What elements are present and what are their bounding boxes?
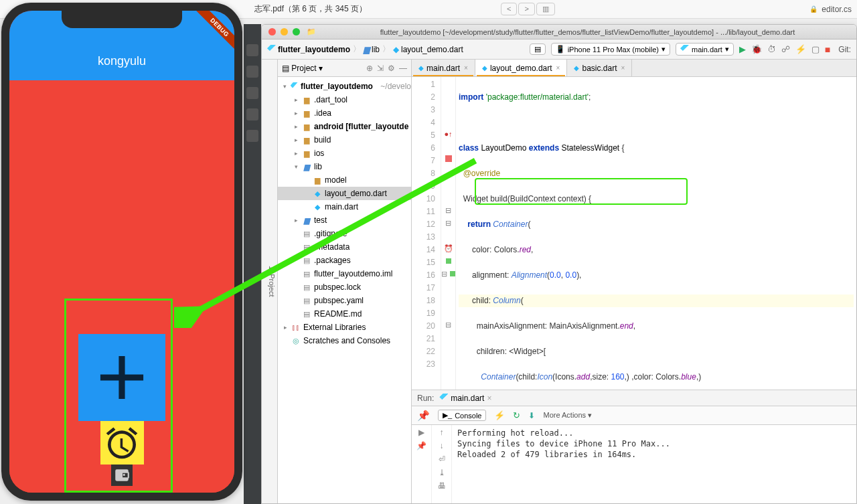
breadcrumb[interactable]: flutter_layoutdemo 〉 ▆lib 〉 ◆layout_demo… <box>267 44 463 55</box>
hide-panel-icon[interactable]: — <box>399 64 407 73</box>
scratches[interactable]: ◎Scratches and Consoles <box>278 334 411 347</box>
run-config-selector[interactable]: main.dart ▾ <box>676 43 734 56</box>
scroll-end-icon[interactable]: ⤓ <box>439 468 445 477</box>
run-button[interactable]: ▶ <box>739 44 746 54</box>
hot-restart-icon[interactable]: ↻ <box>513 410 520 420</box>
project-panel: ▤ Project ▾ ⊕ ⇲ ⚙ — ▾ flutter_layoutdemo… <box>278 60 412 503</box>
code-highlight-box <box>475 178 688 205</box>
project-view-selector[interactable]: ▤ Project ▾ <box>282 64 323 73</box>
traffic-lights[interactable] <box>268 28 300 35</box>
more-actions[interactable]: More Actions ▾ <box>543 411 592 420</box>
select-opened-file-icon[interactable]: ⊕ <box>366 64 373 73</box>
breadcrumb-project[interactable]: flutter_layoutdemo <box>267 45 350 54</box>
run-side-nav[interactable]: ↑ ↓ ⏎ ⤓ 🖶 <box>432 425 452 503</box>
run-panel: Run: main.dart × 📌 ▶_ Console ⚡ ↻ ⬇ More… <box>412 390 856 503</box>
devtools-button[interactable]: ▢ <box>811 44 820 54</box>
zoom-window-icon[interactable] <box>293 28 300 35</box>
ide-window: 📁 flutter_layoutdemo [~/development/stud… <box>261 24 857 504</box>
device-file-explorer-button[interactable]: ▤ <box>530 44 546 55</box>
ide-body: 1: Project Resource Manager Layout Captu… <box>262 60 856 503</box>
safari-nav-buttons: < > ▥ <box>501 3 555 15</box>
tree-row[interactable]: ▤pubspec.lock <box>278 280 411 294</box>
project-tool-tab[interactable]: 1: Project <box>268 266 276 297</box>
ide-toolbar: flutter_layoutdemo 〉 ▆lib 〉 ◆layout_demo… <box>262 39 856 60</box>
tree-row[interactable]: ▤.packages <box>278 254 411 267</box>
flutter-logo-icon <box>439 394 448 402</box>
gutter-markers: ●↑⊟⊟⏰ ⊟ ⊟ <box>441 77 456 390</box>
print-icon[interactable]: 🖶 <box>438 481 446 491</box>
down-icon[interactable]: ↓ <box>440 441 444 450</box>
tree-row[interactable]: ▤pubspec.yaml <box>278 294 411 307</box>
project-tree[interactable]: ▾ flutter_layoutdemo ~/develo ▸▆.dart_to… <box>278 77 411 503</box>
flutter-logo-icon <box>291 82 298 91</box>
simulator-highlight-box <box>64 299 173 493</box>
stop-button[interactable]: ■ <box>825 44 830 55</box>
external-libraries[interactable]: ▸⫿⫿External Libraries <box>278 321 411 334</box>
soft-wrap-icon[interactable]: ⏎ <box>439 454 445 464</box>
tree-row[interactable]: ◆layout_demo.dart <box>278 187 411 200</box>
editor-tab[interactable]: ◆layout_demo.dart× <box>475 60 568 76</box>
hot-reload-button[interactable]: ⚡ <box>795 44 806 54</box>
git-label: Git: <box>838 45 851 54</box>
run-toolbar: 📌 ▶_ Console ⚡ ↻ ⬇ More Actions ▾ <box>412 406 856 425</box>
folder-icon: 📁 <box>307 27 316 36</box>
code-editor[interactable]: 1234567891011121314151617181920212223 ●↑… <box>412 77 856 390</box>
tree-row[interactable]: ▤README.md <box>278 307 411 321</box>
up-icon[interactable]: ↑ <box>440 428 444 437</box>
pin-icon[interactable]: 📌 <box>417 410 430 422</box>
address-text: editor.cs <box>822 5 852 14</box>
sidebar-button[interactable]: ▥ <box>536 3 555 15</box>
tree-row[interactable]: ▤flutter_layoutdemo.iml <box>278 267 411 280</box>
settings-icon[interactable]: ⚙ <box>388 64 395 73</box>
tree-row[interactable]: ▸▆ios <box>278 147 411 160</box>
tree-row[interactable]: ▾▆lib <box>278 160 411 173</box>
safari-address[interactable]: 🔒 editor.cs <box>809 5 852 14</box>
open-devtools-icon[interactable]: ⬇ <box>528 411 535 420</box>
console-output[interactable]: Performing hot reload... Syncing files t… <box>452 425 856 503</box>
hot-reload-icon[interactable]: ⚡ <box>494 410 505 420</box>
editor-tab[interactable]: ◆basic.dart× <box>567 60 632 76</box>
editor-tab[interactable]: ◆main.dart× <box>412 60 475 76</box>
android-studio-left-toolstrip <box>244 24 261 504</box>
dart-file-icon: ◆ <box>393 45 399 54</box>
forward-button[interactable]: > <box>518 3 534 15</box>
tree-row[interactable]: ▸▆android [flutter_layoutde <box>278 120 411 133</box>
editor-tabs: ◆main.dart×◆layout_demo.dart×◆basic.dart… <box>412 60 856 77</box>
lock-icon: 🔒 <box>809 5 817 13</box>
rerun-icon[interactable]: ▶ <box>418 428 424 437</box>
close-window-icon[interactable] <box>268 28 276 35</box>
window-title: flutter_layoutdemo [~/development/study/… <box>319 28 856 36</box>
toolbar-right: ▤ 📱 iPhone 11 Pro Max (mobile) ▾ main.da… <box>530 43 851 56</box>
tree-row[interactable]: ▸▆.dart_tool <box>278 93 411 106</box>
run-body: ▶ 📌 ↑ ↓ ⏎ ⤓ 🖶 Performing hot reload... S… <box>412 425 856 503</box>
ide-titlebar[interactable]: 📁 flutter_layoutdemo [~/development/stud… <box>262 25 856 39</box>
run-panel-header: Run: main.dart × <box>412 390 856 406</box>
tree-row[interactable]: ▆model <box>278 173 411 187</box>
attach-button[interactable]: ☍ <box>781 44 790 54</box>
tree-row[interactable]: ▸▆.idea <box>278 106 411 120</box>
run-side-controls[interactable]: ▶ 📌 <box>412 425 432 503</box>
code-content[interactable]: import 'package:flutter/material.dart'; … <box>456 77 856 390</box>
notch <box>62 11 182 28</box>
tree-root[interactable]: ▾ flutter_layoutdemo ~/develo <box>278 80 411 93</box>
run-label: Run: <box>417 394 434 403</box>
device-selector[interactable]: 📱 iPhone 11 Pro Max (mobile) ▾ <box>551 43 670 56</box>
left-tool-bar[interactable]: 1: Project Resource Manager Layout Captu… <box>262 60 278 503</box>
tree-row[interactable]: ▸▆test <box>278 214 411 227</box>
back-button[interactable]: < <box>501 3 517 15</box>
tree-row[interactable]: ◆main.dart <box>278 200 411 214</box>
breadcrumb-folder[interactable]: ▆lib <box>364 45 380 54</box>
console-tab[interactable]: ▶_ Console <box>438 410 486 421</box>
appbar-title: kongyulu <box>98 54 146 68</box>
profile-button[interactable]: ⏱ <box>767 44 776 54</box>
flutter-logo-icon <box>680 45 689 54</box>
run-tab[interactable]: main.dart × <box>439 394 491 403</box>
expand-all-icon[interactable]: ⇲ <box>377 64 384 73</box>
tree-row[interactable]: ▸▆build <box>278 133 411 147</box>
pin-output-icon[interactable]: 📌 <box>416 441 426 450</box>
debug-button[interactable]: 🐞 <box>751 44 762 54</box>
minimize-window-icon[interactable] <box>281 28 288 35</box>
breadcrumb-file[interactable]: ◆layout_demo.dart <box>393 45 463 54</box>
tree-row[interactable]: ▤.metadata <box>278 240 411 254</box>
tree-row[interactable]: ▤.gitignore <box>278 227 411 240</box>
